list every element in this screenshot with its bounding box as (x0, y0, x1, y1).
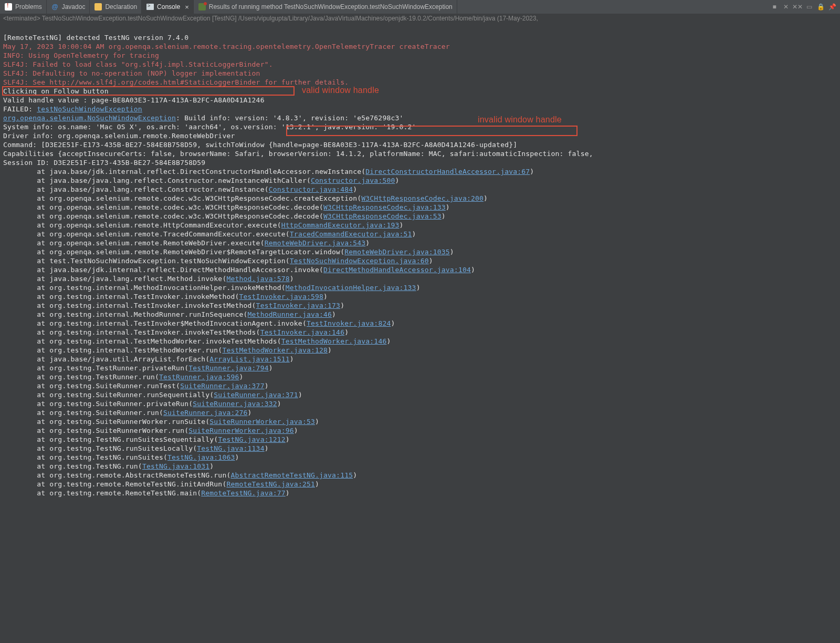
console-line: System info: os.name: 'Mac OS X', os.arc… (3, 123, 416, 131)
source-link[interactable]: ArrayList.java:1511 (209, 355, 290, 363)
tab-label: Problems (15, 3, 42, 11)
source-link[interactable]: Constructor.java:484 (269, 185, 353, 193)
console-line: Clicking on Follow button (3, 87, 109, 95)
source-link[interactable]: SuiteRunnerWorker.java:53 (209, 418, 315, 426)
junit-icon (198, 3, 206, 11)
source-link[interactable]: SuiteRunner.java:276 (163, 409, 248, 417)
source-link[interactable]: HttpCommandExecutor.java:193 (281, 221, 400, 229)
stack-frame: at java.base/java.util.ArrayList.forEach… (3, 355, 294, 363)
source-link[interactable]: TestNG.java:1031 (142, 462, 209, 470)
source-link[interactable]: SuiteRunner.java:377 (180, 382, 265, 390)
source-link[interactable]: TestRunner.java:794 (188, 364, 269, 372)
source-link[interactable]: TestMethodWorker.java:128 (222, 346, 328, 354)
console-line: Session ID: D3E2E51F-E173-435B-BE27-584E… (3, 159, 205, 167)
stack-frame: at org.testng.remote.AbstractRemoteTestN… (3, 471, 357, 479)
stack-frame: at org.testng.internal.TestMethodWorker.… (3, 346, 332, 354)
stack-frame: at java.base/java.lang.reflect.Construct… (3, 177, 400, 184)
tab-declaration[interactable]: Declaration (90, 0, 142, 14)
source-link[interactable]: MethodRunner.java:46 (248, 310, 332, 318)
source-link[interactable]: TestMethodWorker.java:146 (281, 337, 387, 345)
source-link[interactable]: TestRunner.java:596 (159, 373, 239, 381)
console-line: SLF4J: Defaulting to no-operation (NOP) … (3, 69, 260, 77)
console-icon (146, 3, 154, 11)
failed-test-link[interactable]: testNoSuchWindowException (37, 105, 142, 113)
source-link[interactable]: AbstractRemoteTestNG.java:115 (230, 471, 353, 479)
source-link[interactable]: RemoteTestNG.java:251 (226, 480, 315, 488)
tab-console[interactable]: Console × (142, 0, 194, 14)
pin-console-icon[interactable]: 📌 (827, 2, 837, 12)
console-line: FAILED: testNoSuchWindowException (3, 105, 142, 113)
remove-launch-icon[interactable]: ✕ (781, 2, 791, 12)
stack-frame: at org.testng.internal.MethodInvocationH… (3, 284, 421, 292)
source-link[interactable]: TestInvoker.java:598 (239, 293, 324, 300)
source-link[interactable]: TestNG.java:1212 (218, 435, 285, 443)
tab-javadoc[interactable]: @ Javadoc (47, 0, 90, 14)
console-output: [RemoteTestNG] detected TestNG version 7… (0, 23, 840, 553)
stack-frame: at java.base/jdk.internal.reflect.Direct… (3, 168, 534, 175)
valid-handle-annotation: valid window handle (302, 86, 379, 95)
source-link[interactable]: W3CHttpResponseCodec.java:200 (361, 194, 484, 202)
source-link[interactable]: MethodInvocationHelper.java:133 (286, 284, 416, 292)
tab-results[interactable]: Results of running method TestNoSuchWind… (194, 0, 457, 14)
source-link[interactable]: W3CHttpResponseCodec.java:133 (323, 203, 446, 211)
invalid-handle-annotation: invalid window handle (478, 115, 562, 124)
close-icon[interactable]: × (185, 3, 189, 11)
console-line: Command: [D3E2E51F-E173-435B-BE27-584E8B… (3, 141, 517, 149)
tab-label: Results of running method TestNoSuchWind… (209, 3, 453, 11)
source-link[interactable]: W3CHttpResponseCodec.java:53 (323, 212, 442, 220)
source-link[interactable]: TestNoSuchWindowException.java:60 (290, 257, 429, 265)
declaration-icon (94, 3, 102, 11)
exception-link[interactable]: org.openqa.selenium.NoSuchWindowExceptio… (3, 114, 176, 122)
source-link[interactable]: Method.java:578 (226, 275, 289, 283)
source-link[interactable]: SuiteRunner.java:371 (214, 391, 298, 399)
tab-problems[interactable]: Problems (0, 0, 47, 14)
stack-frame: at org.testng.internal.TestInvoker.invok… (3, 302, 344, 309)
source-link[interactable]: TestInvoker.java:824 (307, 319, 391, 327)
terminate-icon[interactable]: ■ (770, 2, 779, 12)
problems-icon (4, 3, 13, 11)
source-link[interactable]: DirectConstructorHandleAccessor.java:67 (365, 168, 530, 175)
console-line: INFO: Using OpenTelemetry for tracing (3, 51, 159, 59)
source-link[interactable]: SuiteRunner.java:332 (193, 400, 277, 408)
stack-frame: at org.testng.internal.TestInvoker$Metho… (3, 319, 395, 327)
stack-frame: at org.testng.SuiteRunnerWorker.run(Suit… (3, 427, 298, 434)
source-link[interactable]: RemoteTestNG.java:77 (201, 489, 286, 497)
stack-frame: at java.base/jdk.internal.reflect.Direct… (3, 266, 475, 274)
stack-frame: at org.testng.SuiteRunner.runTest(SuiteR… (3, 382, 269, 390)
source-link[interactable]: TestInvoker.java:173 (256, 302, 341, 309)
stack-frame: at org.testng.TestRunner.run(TestRunner.… (3, 373, 244, 381)
stack-frame: at org.testng.SuiteRunner.run(SuiteRunne… (3, 409, 252, 417)
source-link[interactable]: TestNG.java:1134 (197, 444, 264, 452)
console-line: org.openqa.selenium.NoSuchWindowExceptio… (3, 114, 404, 122)
console-line: [RemoteTestNG] detected TestNG version 7… (3, 34, 188, 42)
stack-frame: at org.openqa.selenium.remote.codec.w3c.… (3, 212, 446, 220)
stack-frame: at java.base/java.lang.reflect.Construct… (3, 185, 357, 193)
stack-frame: at org.testng.SuiteRunner.privateRun(Sui… (3, 400, 281, 408)
stack-frame: at org.testng.internal.MethodRunner.runI… (3, 310, 336, 318)
stack-frame: at org.testng.remote.RemoteTestNG.initAn… (3, 480, 319, 488)
console-line: Capabilities {acceptInsecureCerts: false… (3, 150, 593, 158)
source-link[interactable]: TracedCommandExecutor.java:51 (290, 230, 412, 238)
stack-frame: at org.openqa.selenium.remote.RemoteWebD… (3, 239, 370, 247)
source-link[interactable]: TestInvoker.java:146 (260, 328, 345, 336)
console-line: Valid handle value : page-BE8A03E3-117A-… (3, 96, 265, 104)
stack-frame: at org.testng.internal.TestMethodWorker.… (3, 337, 391, 345)
tab-label: Console (157, 3, 180, 11)
stack-frame: at org.openqa.selenium.remote.codec.w3c.… (3, 203, 450, 211)
source-link[interactable]: RemoteWebDriver.java:1035 (344, 248, 450, 256)
stack-frame: at org.testng.internal.TestInvoker.invok… (3, 293, 328, 300)
remove-all-icon[interactable]: ✕✕ (793, 2, 802, 12)
tab-label: Javadoc (62, 3, 86, 11)
clear-console-icon[interactable]: ▭ (804, 2, 814, 12)
console-line: SLF4J: See http://www.slf4j.org/codes.ht… (3, 78, 349, 86)
stack-frame: at org.testng.TestNG.runSuitesSequential… (3, 435, 290, 443)
source-link[interactable]: DirectMethodHandleAccessor.java:104 (323, 266, 471, 274)
stack-frame: at org.testng.TestRunner.privateRun(Test… (3, 364, 273, 372)
source-link[interactable]: Constructor.java:500 (311, 177, 395, 184)
source-link[interactable]: TestNG.java:1063 (167, 453, 235, 461)
source-link[interactable]: SuiteRunnerWorker.java:96 (188, 427, 294, 434)
stack-frame: at org.testng.SuiteRunner.runSequentiall… (3, 391, 302, 399)
source-link[interactable]: RemoteWebDriver.java:543 (265, 239, 366, 247)
javadoc-icon: @ (51, 3, 59, 11)
scroll-lock-icon[interactable]: 🔒 (816, 2, 825, 12)
